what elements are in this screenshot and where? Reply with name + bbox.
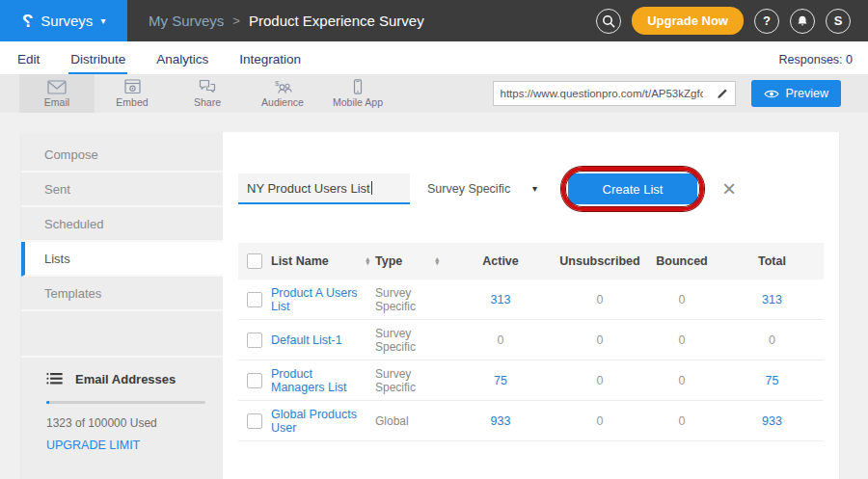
bounced-count: 0 bbox=[643, 293, 720, 306]
column-total: Total bbox=[720, 254, 824, 268]
list-name-input[interactable]: NY Product Users List bbox=[238, 173, 410, 204]
list-type-cell: Survey Specific bbox=[375, 286, 439, 313]
bounced-count: 0 bbox=[643, 414, 720, 428]
questionpro-app: ? Surveys ▾ My Surveys > Product Experie… bbox=[0, 0, 868, 479]
text-cursor bbox=[371, 181, 372, 195]
upgrade-limit-link[interactable]: UPGRADE LIMIT bbox=[46, 439, 140, 452]
table-row: Default List-1 Survey Specific 0 0 0 0 bbox=[238, 320, 824, 360]
active-count[interactable]: 75 bbox=[445, 374, 556, 387]
list-type-cell: Global bbox=[375, 414, 409, 428]
help-button[interactable]: ? bbox=[754, 9, 779, 34]
sidebar-item-templates[interactable]: Templates bbox=[21, 277, 223, 311]
email-addresses-section: Email Addresses 1323 of 100000 Used UPGR… bbox=[21, 356, 223, 453]
toolbar-item-label: Email bbox=[44, 96, 69, 108]
responses-count[interactable]: Responses: 0 bbox=[779, 53, 853, 74]
distribute-content: Compose Sent Scheduled Lists Templates E… bbox=[21, 132, 839, 479]
survey-url-input[interactable] bbox=[494, 88, 710, 99]
toolbar-item-share[interactable]: Share bbox=[170, 74, 245, 113]
tab-distribute[interactable]: Distribute bbox=[68, 45, 127, 74]
row-checkbox[interactable] bbox=[247, 333, 262, 348]
toolbar-item-embed[interactable]: Embed bbox=[95, 74, 170, 113]
sort-list-name-icon[interactable]: ▴▾ bbox=[366, 257, 369, 266]
email-usage-progressbar bbox=[46, 401, 205, 404]
preview-button[interactable]: Preview bbox=[751, 80, 841, 107]
create-list-wrap: Create List bbox=[568, 173, 697, 204]
list-type-dropdown[interactable]: Survey Specific ▾ bbox=[420, 173, 545, 204]
toolbar-item-label: Audience bbox=[261, 96, 304, 108]
tab-analytics[interactable]: Analytics bbox=[154, 45, 210, 74]
email-addresses-title: Email Addresses bbox=[75, 372, 176, 386]
top-bar: ? Surveys ▾ My Surveys > Product Experie… bbox=[0, 0, 868, 41]
active-count[interactable]: 0 bbox=[445, 333, 556, 347]
sidebar-item-lists[interactable]: Lists bbox=[21, 242, 223, 277]
question-mark-icon: ? bbox=[763, 13, 771, 28]
edit-url-button[interactable] bbox=[710, 82, 735, 105]
upgrade-now-button[interactable]: Upgrade Now bbox=[632, 7, 744, 35]
create-list-row: NY Product Users List Survey Specific ▾ … bbox=[238, 173, 824, 204]
lists-panel: NY Product Users List Survey Specific ▾ … bbox=[223, 132, 839, 479]
total-count[interactable]: 75 bbox=[720, 374, 824, 387]
breadcrumb-separator: > bbox=[232, 13, 240, 28]
list-name-link[interactable]: Product Managers List bbox=[271, 367, 369, 394]
search-icon bbox=[601, 13, 616, 29]
total-count[interactable]: 933 bbox=[720, 414, 824, 428]
survey-nav: Edit Distribute Analytics Integration Re… bbox=[0, 41, 868, 74]
list-name-link[interactable]: Default List-1 bbox=[271, 333, 342, 347]
share-icon bbox=[199, 79, 216, 94]
bounced-count: 0 bbox=[643, 374, 720, 387]
surveys-product-menu[interactable]: ? Surveys ▾ bbox=[0, 0, 127, 41]
toolbar-right: Preview bbox=[493, 74, 868, 113]
chevron-down-icon: ▾ bbox=[532, 184, 537, 194]
total-count[interactable]: 0 bbox=[720, 333, 824, 347]
column-bounced: Bounced bbox=[643, 254, 720, 268]
table-header-row: List Name ▴▾ Type ▴▾ Active Unsubscribed… bbox=[238, 243, 824, 279]
tab-integration[interactable]: Integration bbox=[237, 45, 303, 74]
total-count[interactable]: 313 bbox=[720, 293, 824, 306]
active-count[interactable]: 933 bbox=[445, 414, 556, 428]
search-button[interactable] bbox=[596, 9, 621, 34]
toolbar-item-label: Mobile App bbox=[333, 96, 383, 108]
list-type-cell: Survey Specific bbox=[375, 367, 439, 394]
notifications-button[interactable] bbox=[790, 9, 815, 34]
list-lines-icon bbox=[46, 371, 63, 386]
table-row: Product A Users List Survey Specific 313… bbox=[238, 279, 824, 320]
breadcrumb: My Surveys > Product Experience Survey bbox=[149, 13, 424, 29]
row-checkbox[interactable] bbox=[247, 292, 262, 307]
mobile-phone-icon bbox=[350, 79, 366, 94]
unsubscribed-count: 0 bbox=[556, 414, 643, 428]
sidebar-item-sent[interactable]: Sent bbox=[21, 173, 223, 207]
sidebar-item-compose[interactable]: Compose bbox=[21, 138, 223, 173]
unsubscribed-count: 0 bbox=[556, 333, 643, 347]
sort-type-icon[interactable]: ▴▾ bbox=[435, 257, 439, 266]
tab-edit[interactable]: Edit bbox=[15, 45, 41, 74]
bell-icon bbox=[795, 13, 810, 29]
row-checkbox[interactable] bbox=[247, 413, 262, 429]
list-name-link[interactable]: Product A Users List bbox=[271, 286, 369, 313]
survey-url-box bbox=[493, 81, 736, 106]
toolbar-item-email[interactable]: Email bbox=[19, 74, 95, 113]
envelope-icon bbox=[47, 80, 67, 94]
select-all-checkbox[interactable] bbox=[247, 253, 262, 269]
list-name-link[interactable]: Global Products User bbox=[271, 408, 369, 435]
breadcrumb-survey-title: Product Experience Survey bbox=[249, 13, 424, 29]
questionpro-logo-icon: ? bbox=[22, 12, 34, 30]
svg-text:$: $ bbox=[275, 79, 280, 88]
column-unsubscribed: Unsubscribed bbox=[556, 254, 643, 268]
toolbar-item-audience[interactable]: $ Audience bbox=[245, 74, 320, 113]
unsubscribed-count: 0 bbox=[556, 293, 643, 306]
row-checkbox[interactable] bbox=[247, 373, 262, 388]
account-avatar[interactable]: S bbox=[826, 9, 851, 34]
email-addresses-header: Email Addresses bbox=[21, 371, 223, 386]
sidebar-item-scheduled[interactable]: Scheduled bbox=[21, 207, 223, 242]
toolbar-item-mobile-app[interactable]: Mobile App bbox=[320, 74, 395, 113]
toolbar-item-label: Embed bbox=[116, 96, 148, 108]
table-row: Global Products User Global 933 0 0 933 bbox=[238, 401, 824, 441]
embed-icon bbox=[124, 79, 141, 94]
close-create-form-button[interactable]: × bbox=[722, 177, 736, 200]
breadcrumb-my-surveys[interactable]: My Surveys bbox=[149, 13, 224, 29]
active-count[interactable]: 313 bbox=[445, 293, 556, 306]
unsubscribed-count: 0 bbox=[556, 374, 643, 387]
create-list-button[interactable]: Create List bbox=[568, 173, 697, 204]
chevron-down-icon: ▾ bbox=[100, 16, 105, 26]
email-sidebar: Compose Sent Scheduled Lists Templates E… bbox=[21, 132, 223, 479]
